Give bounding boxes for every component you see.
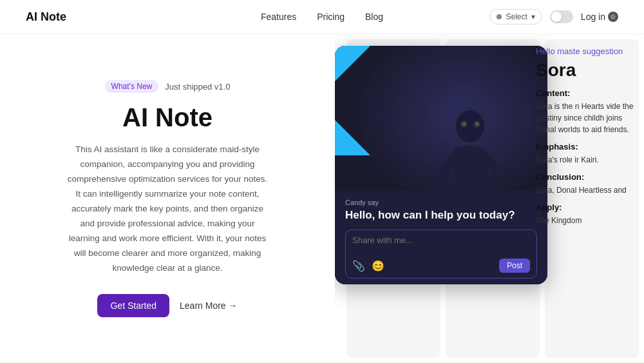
article-title: Sora [536, 60, 636, 81]
emphasis-label: Emphasis: [536, 142, 636, 152]
login-button[interactable]: Log in ⊙ [581, 12, 618, 22]
post-button[interactable]: Post [499, 259, 530, 273]
login-icon: ⊙ [608, 12, 618, 22]
chat-bottom: Candy say Hello, how can I help you toda… [335, 191, 547, 284]
triangle-bottom-left [335, 120, 370, 155]
apply-text: The Kingdom [536, 215, 636, 226]
nav-right: Select ▾ Log in ⊙ [489, 9, 618, 25]
conclusion-label: Conclusion: [536, 172, 636, 182]
main-content: What's New Just shipped v1.0 AI Note Thi… [0, 34, 644, 363]
badge-row: What's New Just shipped v1.0 [105, 80, 231, 93]
emphasis-text: Sora's role ir Kairi. [536, 154, 636, 166]
nav-link-features[interactable]: Features [261, 12, 296, 22]
hero-description: This AI assistant is like a considerate … [64, 142, 270, 275]
content-label: Content: [536, 88, 636, 98]
conclusion-text: Sora, Donal Heartless and [536, 184, 636, 196]
emoji-icon[interactable]: 😊 [372, 260, 384, 272]
content-text: Sora is the n Hearts vide the Destiny si… [536, 101, 636, 135]
chat-greeting: Hello, how can I help you today? [345, 209, 537, 222]
nav-link-pricing[interactable]: Pricing [317, 12, 345, 22]
whats-new-badge: What's New [105, 80, 159, 93]
navbar: AI Note Features Pricing Blog Select ▾ L… [0, 0, 644, 34]
badge-subtext: Just shipped v1.0 [165, 82, 230, 92]
triangle-top-left [335, 46, 370, 81]
chevron-down-icon: ▾ [531, 12, 535, 21]
login-label: Log in [581, 12, 605, 22]
app-logo: AI Note [26, 10, 66, 24]
chat-label: Candy say [345, 199, 537, 206]
chat-input[interactable] [352, 235, 530, 255]
chat-input-footer: 📎 😊 Post [352, 259, 530, 273]
hero-actions: Get Started Learn More → [97, 294, 237, 317]
chat-icons: 📎 😊 [352, 260, 384, 272]
selector-dot [497, 14, 502, 19]
right-panel: Candy say Hello, how can I help you toda… [335, 34, 644, 363]
language-selector[interactable]: Select ▾ [489, 9, 542, 25]
svg-point-1 [456, 110, 484, 142]
article-panel: Hello maste suggestion Sora Content: Sor… [528, 34, 644, 363]
hero-section: What's New Just shipped v1.0 AI Note Thi… [0, 34, 335, 363]
attachment-icon[interactable]: 📎 [352, 260, 365, 272]
nav-link-blog[interactable]: Blog [365, 12, 383, 22]
article-hello-text: Hello maste suggestion [536, 46, 636, 57]
chat-modal: Candy say Hello, how can I help you toda… [335, 46, 547, 284]
nav-links: Features Pricing Blog [261, 12, 383, 22]
svg-point-4 [462, 122, 466, 126]
theme-toggle[interactable] [550, 10, 573, 23]
svg-point-5 [475, 122, 479, 126]
learn-more-button[interactable]: Learn More → [180, 300, 237, 311]
hero-title: AI Note [122, 103, 213, 132]
get-started-button[interactable]: Get Started [97, 294, 169, 317]
selector-text: Select [506, 12, 527, 21]
chat-input-area: 📎 😊 Post [345, 230, 537, 279]
apply-label: Apply: [536, 202, 636, 212]
